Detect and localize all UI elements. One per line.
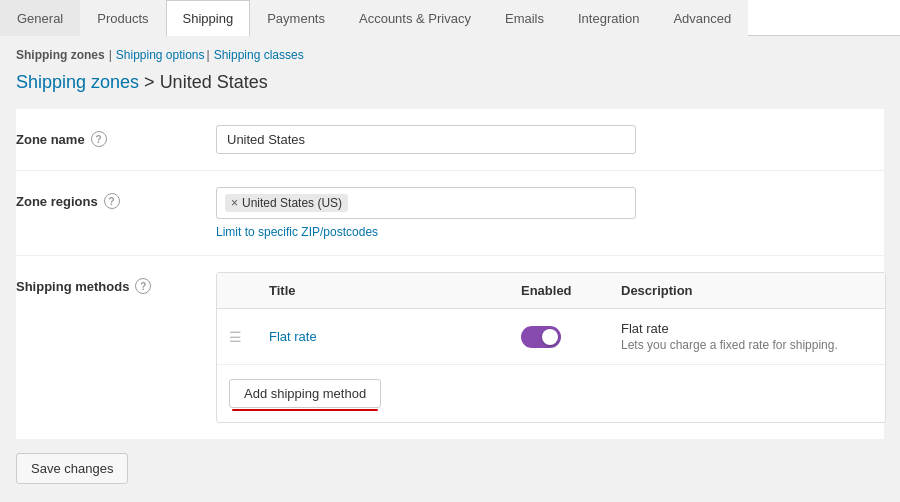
shipping-methods-field: Title Enabled Description ☰ Flat rate: [216, 272, 886, 423]
method-flat-rate-link[interactable]: Flat rate: [269, 329, 317, 344]
col-enabled: Enabled: [521, 283, 621, 298]
toggle-slider: [521, 326, 561, 348]
table-row: ☰ Flat rate Flat rate Lets yo: [217, 309, 885, 365]
zone-regions-input[interactable]: × United States (US): [216, 187, 636, 219]
shipping-methods-table: Title Enabled Description ☰ Flat rate: [216, 272, 886, 423]
save-changes-button[interactable]: Save changes: [16, 453, 128, 484]
tab-shipping[interactable]: Shipping: [166, 0, 251, 36]
tab-products[interactable]: Products: [80, 0, 165, 36]
method-name-cell: Flat rate: [269, 329, 521, 344]
sub-nav-shipping-classes[interactable]: Shipping classes: [214, 48, 304, 62]
tab-integration[interactable]: Integration: [561, 0, 656, 36]
zip-postcodes-link[interactable]: Limit to specific ZIP/postcodes: [216, 225, 884, 239]
button-underline: [232, 409, 378, 411]
content-area: Shipping zones | Shipping options | Ship…: [0, 36, 900, 439]
drag-handle-icon[interactable]: ☰: [229, 329, 269, 345]
sub-nav-shipping-options[interactable]: Shipping options: [116, 48, 205, 62]
footer-bar: Save changes: [0, 439, 900, 498]
sub-nav-label: Shipping zones: [16, 48, 105, 62]
shipping-methods-row: Shipping methods ? Title Enabled Descrip…: [16, 256, 884, 439]
add-method-area: Add shipping method: [217, 365, 885, 422]
breadcrumb-current: United States: [160, 72, 268, 92]
tab-accounts-privacy[interactable]: Accounts & Privacy: [342, 0, 488, 36]
shipping-methods-help-icon[interactable]: ?: [135, 278, 151, 294]
breadcrumb: Shipping zones > United States: [16, 72, 884, 93]
tag-label-us: United States (US): [242, 196, 342, 210]
desc-sub: Lets you charge a fixed rate for shippin…: [621, 338, 873, 352]
tab-general[interactable]: General: [0, 0, 80, 36]
settings-card: Zone name ? Zone regions ? × United Stat…: [16, 109, 884, 439]
zone-name-label: Zone name ?: [16, 125, 216, 147]
tab-emails[interactable]: Emails: [488, 0, 561, 36]
zone-regions-row: Zone regions ? × United States (US) Limi…: [16, 171, 884, 256]
breadcrumb-separator: >: [144, 72, 160, 92]
zone-name-input[interactable]: [216, 125, 636, 154]
zone-name-help-icon[interactable]: ?: [91, 131, 107, 147]
method-enabled-toggle[interactable]: [521, 326, 561, 348]
desc-main: Flat rate: [621, 321, 873, 336]
table-header: Title Enabled Description: [217, 273, 885, 309]
add-shipping-method-button[interactable]: Add shipping method: [229, 379, 381, 408]
shipping-methods-label: Shipping methods ?: [16, 272, 216, 294]
col-description: Description: [621, 283, 873, 298]
col-drag: [229, 283, 269, 298]
zone-regions-help-icon[interactable]: ?: [104, 193, 120, 209]
tag-remove-us[interactable]: ×: [231, 196, 238, 210]
breadcrumb-link[interactable]: Shipping zones: [16, 72, 139, 92]
tab-advanced[interactable]: Advanced: [656, 0, 748, 36]
tab-payments[interactable]: Payments: [250, 0, 342, 36]
tab-bar: General Products Shipping Payments Accou…: [0, 0, 900, 36]
description-cell: Flat rate Lets you charge a fixed rate f…: [621, 321, 873, 352]
zone-regions-label: Zone regions ?: [16, 187, 216, 209]
col-title: Title: [269, 283, 521, 298]
toggle-enabled-cell: [521, 326, 621, 348]
zone-name-row: Zone name ?: [16, 109, 884, 171]
region-tag-us: × United States (US): [225, 194, 348, 212]
sub-nav: Shipping zones | Shipping options | Ship…: [16, 48, 884, 62]
zone-name-field: [216, 125, 884, 154]
zone-regions-field: × United States (US) Limit to specific Z…: [216, 187, 884, 239]
